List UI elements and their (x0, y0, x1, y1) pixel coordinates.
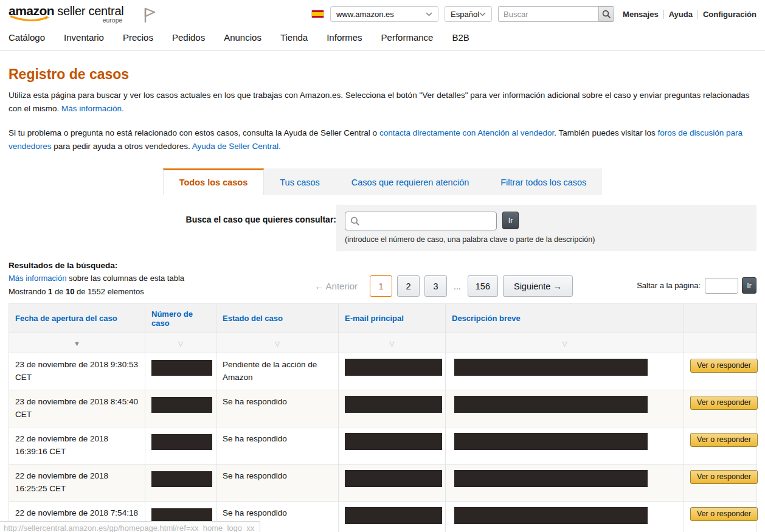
nav-item-precios[interactable]: Precios (123, 32, 153, 43)
header-links-separator (698, 10, 698, 19)
pagination-next-button[interactable]: Siguiente → (503, 275, 573, 297)
case-row: 23 de noviembre de 2018 8:45:40 CETSe ha… (9, 390, 757, 427)
case-status: Se ha respondido (216, 390, 339, 427)
case-number-cell (145, 427, 216, 465)
nav-item-b2b[interactable]: B2B (452, 32, 469, 43)
nav-item-performance[interactable]: Performance (381, 32, 434, 43)
intro-2-seg-1: Si tu problema o pregunta no está relaci… (9, 128, 379, 137)
column-header-fecha-de-apertura-del-caso[interactable]: Fecha de apertura del caso (9, 304, 145, 333)
intro-paragraph-1: Utiliza esta página para buscar y ver lo… (9, 89, 756, 116)
language-select[interactable]: Español (445, 6, 492, 22)
case-action-cell: Ver o responder (684, 390, 757, 427)
column-header-estado-del-caso[interactable]: Estado del caso (216, 304, 339, 333)
pagination-page-last[interactable]: 156 (468, 275, 498, 297)
showing-mid: de (52, 287, 66, 296)
amazon-smile-icon (10, 15, 50, 22)
case-tabs: Todos los casosTus casosCasos que requie… (9, 168, 756, 195)
case-action-cell: Ver o responder (684, 427, 757, 465)
header-link-configuracion[interactable]: Configuración (703, 10, 756, 19)
case-email-cell (339, 353, 446, 390)
sort-icon[interactable]: ▽ (178, 340, 183, 347)
pennant-flag-icon (143, 7, 158, 24)
case-search-go-button[interactable]: Ir (502, 212, 519, 229)
pagination-page-3[interactable]: 3 (424, 275, 447, 297)
redacted-description (454, 396, 648, 413)
cases-table: Fecha de apertura del casoNúmero de caso… (9, 303, 757, 532)
pagination-ellipsis: ... (454, 282, 461, 291)
nav-item-informes[interactable]: Informes (327, 32, 362, 43)
case-email-cell (339, 501, 446, 532)
redacted-case-number (151, 360, 212, 376)
filter-cell-descripcion-breve: ▽ (446, 333, 684, 353)
case-description-cell (446, 464, 684, 501)
columns-info-link[interactable]: Más información (9, 274, 66, 283)
case-action-cell: Ver o responder (684, 353, 757, 390)
view-respond-button[interactable]: Ver o responder (690, 507, 758, 521)
language-select-value: Español (451, 10, 479, 19)
nav-item-inventario[interactable]: Inventario (64, 32, 104, 43)
pagination-page-1[interactable]: 1 (370, 275, 392, 297)
redacted-email (345, 433, 442, 450)
tab-todos-los-casos[interactable]: Todos los casos (163, 168, 265, 195)
case-search-input[interactable] (345, 212, 497, 230)
header-link-mensajes[interactable]: Mensajes (623, 10, 659, 19)
jump-to-page-label: Saltar a la página: (637, 281, 701, 290)
header-links: MensajesAyudaConfiguración (623, 10, 756, 19)
nav-item-anuncios[interactable]: Anuncios (224, 32, 261, 43)
filter-cell-e-mail-principal: ▽ (339, 333, 446, 353)
redacted-case-number (151, 397, 212, 413)
redacted-description (454, 359, 648, 376)
sort-icon[interactable]: ▽ (562, 340, 567, 347)
tab-filtrar-todos-los-casos[interactable]: Filtrar todos los casos (485, 168, 602, 195)
nav-item-catalogo[interactable]: Catálogo (9, 32, 45, 43)
header-search (498, 6, 614, 22)
contact-seller-support-link[interactable]: contacta directamente con Atención al ve… (379, 128, 554, 137)
chevron-down-icon (426, 12, 432, 16)
filter-cell-numero-de-caso: ▽ (145, 333, 216, 353)
header-search-button[interactable] (598, 6, 614, 22)
header-search-input[interactable] (498, 6, 598, 22)
view-respond-button[interactable]: Ver o responder (690, 433, 758, 447)
search-icon (350, 216, 360, 226)
nav-item-tienda[interactable]: Tienda (280, 32, 308, 43)
jump-to-page-input[interactable] (705, 278, 738, 294)
table-header-row: Fecha de apertura del casoNúmero de caso… (9, 304, 757, 333)
chevron-down-icon (479, 12, 486, 16)
tab-tus-casos[interactable]: Tus casos (264, 168, 336, 195)
sort-icon[interactable]: ▽ (275, 340, 280, 347)
marketplace-select[interactable]: www.amazon.es (330, 6, 438, 22)
case-action-cell: Ver o responder (684, 501, 757, 532)
top-header: amazonseller central europe www.amazon.e… (0, 0, 765, 27)
intro-2-seg-2: . También puedes visitar los (554, 128, 657, 137)
column-header-descripcion-breve[interactable]: Descripción breve (446, 304, 684, 333)
spain-flag-icon (311, 10, 324, 18)
results-bar: Resultados de la búsqueda: Más informaci… (9, 261, 756, 297)
pagination-page-2[interactable]: 2 (397, 275, 420, 297)
tab-casos-que-requieren-atencion[interactable]: Casos que requieren atención (336, 168, 485, 195)
table-filter-row: ▼▽▽▽▽ (9, 333, 757, 353)
case-status: Se ha respondido (216, 464, 339, 501)
case-open-date: 22 de noviembre de 2018 16:25:25 CET (9, 464, 145, 501)
view-respond-button[interactable]: Ver o responder (690, 359, 758, 373)
nav-item-pedidos[interactable]: Pedidos (172, 32, 205, 43)
view-respond-button[interactable]: Ver o responder (690, 470, 758, 484)
more-info-link[interactable]: Más información. (61, 104, 124, 113)
case-email-cell (339, 464, 446, 501)
redacted-email (345, 507, 442, 524)
seller-central-help-link[interactable]: Ayuda de Seller Central. (192, 142, 281, 151)
marketplace-select-value: www.amazon.es (336, 10, 394, 19)
column-header-e-mail-principal[interactable]: E-mail principal (339, 304, 446, 333)
case-email-cell (339, 390, 446, 427)
showing-post: de 1552 elementos (74, 287, 144, 296)
sort-icon[interactable]: ▽ (389, 340, 394, 347)
redacted-case-number (151, 434, 212, 450)
sort-descending-icon[interactable]: ▼ (74, 340, 80, 347)
redacted-email (345, 470, 442, 487)
header-link-ayuda[interactable]: Ayuda (669, 10, 693, 19)
amazon-seller-central-logo[interactable]: amazonseller central europe (9, 4, 158, 24)
column-header-numero-de-caso[interactable]: Número de caso (145, 304, 216, 333)
view-respond-button[interactable]: Ver o responder (690, 396, 758, 410)
jump-to-page-go-button[interactable]: Ir (742, 277, 756, 294)
pagination-previous[interactable]: ← Anterior (314, 281, 358, 291)
case-open-date: 23 de noviembre de 2018 9:30:53 CET (9, 353, 145, 390)
